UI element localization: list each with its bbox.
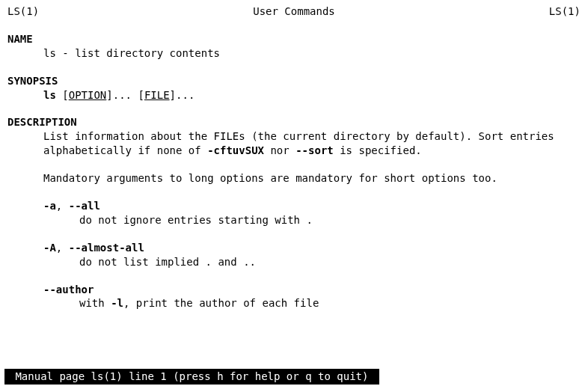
option-author-long: --author [43,284,94,295]
synopsis-option: OPTION [69,89,107,101]
description-para1: List information about the FILEs (the cu… [7,129,581,158]
option-a-long: --all [69,200,100,212]
option-A-desc: do not list implied . and .. [7,255,581,269]
man-header-left: LS(1) [7,4,39,19]
option-A-long: --almost-all [69,242,144,254]
option-a-desc: do not ignore entries starting with . [7,213,581,227]
option-A-header: -A, --almost-all [7,241,581,255]
option-author-desc: with -l, print the author of each file [7,296,581,310]
man-header-center: User Commands [253,4,335,19]
option-a-header: -a, --all [7,199,581,213]
synopsis-cmd: ls [43,89,56,101]
option-author-header: --author [7,283,581,297]
flag-sort: --sort [295,144,334,156]
flag-l: -l [111,297,123,309]
option-a-short: -a [43,200,56,212]
section-heading-synopsis: SYNOPSIS [7,74,581,88]
flags-cftuvSUX: -cftuvSUX [207,144,264,156]
man-header-right: LS(1) [549,4,581,19]
synopsis-line: ls [OPTION]... [FILE]... [7,88,581,102]
name-text: ls - list directory contents [7,46,581,61]
synopsis-file: FILE [144,89,170,101]
section-heading-description: DESCRIPTION [7,115,581,129]
option-A-short: -A [43,242,56,254]
section-heading-name: NAME [7,32,581,46]
pager-status-bar[interactable]: Manual page ls(1) line 1 (press h for he… [4,369,379,385]
man-header: LS(1) User Commands LS(1) [7,4,581,19]
description-para2: Mandatory arguments to long options are … [7,171,581,186]
